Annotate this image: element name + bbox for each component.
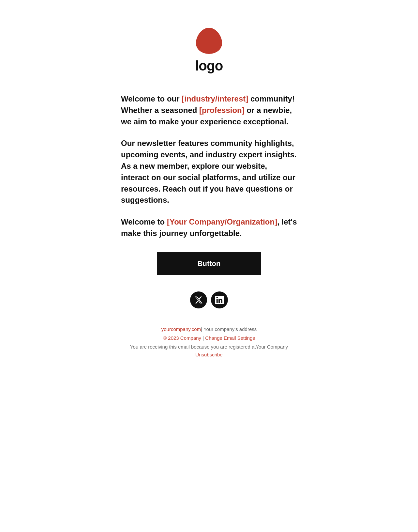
paragraph-3: Welcome to [Your Company/Organization], … xyxy=(121,216,297,239)
logo-text: logo xyxy=(195,58,223,74)
linkedin-icon xyxy=(215,296,224,304)
para3-prefix: Welcome to xyxy=(121,217,167,226)
copyright-link[interactable]: © 2023 Company xyxy=(163,335,201,341)
footer-separator: | xyxy=(201,326,203,332)
button-section: Button xyxy=(121,252,297,275)
footer-section: yourcompany.com| Your company's address … xyxy=(121,325,297,357)
linkedin-icon-button[interactable] xyxy=(211,291,228,308)
footer-line3: You are receiving this email because you… xyxy=(121,342,297,351)
unsubscribe-link[interactable]: Unsubscribe xyxy=(121,352,297,357)
footer-address: Your company's address xyxy=(203,326,257,332)
email-container: logo Welcome to our [industry/interest] … xyxy=(95,0,323,377)
paragraph-1: Welcome to our [industry/interest] commu… xyxy=(121,93,297,127)
para1-prefix: Welcome to our xyxy=(121,94,182,103)
website-link[interactable]: yourcompany.com xyxy=(161,326,201,332)
body-section: Welcome to our [industry/interest] commu… xyxy=(121,93,297,239)
footer-pipe2: | xyxy=(201,335,205,341)
paragraph-2: Our newsletter features community highli… xyxy=(121,138,297,206)
footer-line1: yourcompany.com| Your company's address xyxy=(121,325,297,334)
para1-highlight1: [industry/interest] xyxy=(182,94,248,103)
para1-highlight2: [profession] xyxy=(199,106,245,115)
logo-icon xyxy=(193,26,225,55)
footer-line2: © 2023 Company | Change Email Settings xyxy=(121,334,297,342)
receiving-notice-text: You are receiving this email because you… xyxy=(130,344,256,350)
logo-section: logo xyxy=(121,26,297,74)
footer-company-name: Your Company xyxy=(256,344,288,350)
twitter-icon-button[interactable] xyxy=(190,291,207,308)
social-section xyxy=(121,291,297,308)
twitter-x-icon xyxy=(194,296,203,304)
cta-button[interactable]: Button xyxy=(157,252,261,275)
para3-highlight: [Your Company/Organization] xyxy=(167,217,277,226)
change-email-settings-link[interactable]: Change Email Settings xyxy=(205,335,255,341)
